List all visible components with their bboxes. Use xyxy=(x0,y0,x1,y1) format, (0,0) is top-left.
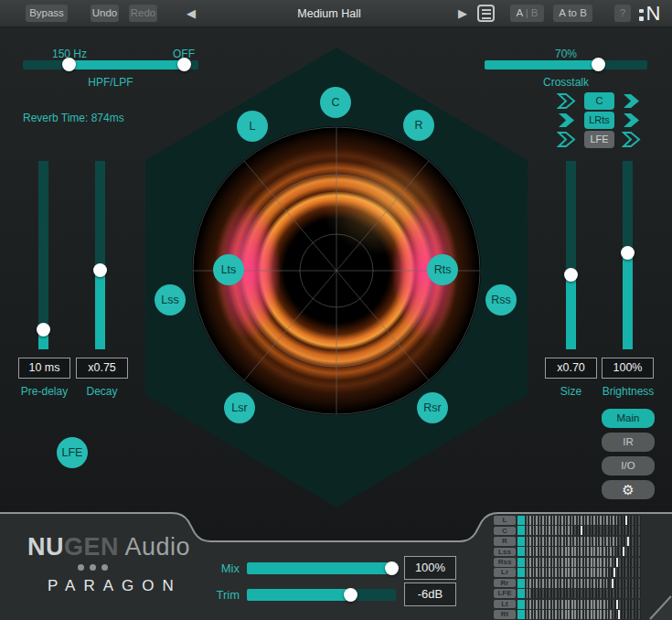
brand-nu: NU xyxy=(27,533,64,561)
size-value-box[interactable]: x0.70 xyxy=(545,358,597,379)
next-preset-icon[interactable]: ▶ xyxy=(458,6,467,20)
route-right-chevron-solid-icon[interactable] xyxy=(622,112,642,129)
meter-track xyxy=(527,610,641,619)
meter-track xyxy=(527,516,641,525)
decay-slider[interactable] xyxy=(95,161,105,349)
undo-button[interactable]: Undo xyxy=(91,5,119,22)
meter-channel-label: Rr xyxy=(494,579,516,588)
route-right-chevron-outline-icon[interactable] xyxy=(622,131,642,148)
tab-io[interactable]: I/O xyxy=(602,456,655,476)
crosstalk-value-label: 70% xyxy=(539,48,593,60)
meter-level xyxy=(527,537,618,546)
help-button[interactable]: ? xyxy=(614,5,631,22)
channel-rss[interactable]: Rss xyxy=(485,284,517,315)
meter-track xyxy=(527,579,641,588)
meter-input-block xyxy=(517,610,525,619)
hpf-lpf-label: HPF/LPF xyxy=(78,76,144,89)
route-lfe-button[interactable]: LFE xyxy=(584,131,614,148)
meter-level xyxy=(527,589,530,598)
mix-slider[interactable] xyxy=(247,562,396,574)
bypass-button[interactable]: Bypass xyxy=(26,5,68,22)
meter-level xyxy=(527,547,616,556)
brightness-value-box[interactable]: 100% xyxy=(602,358,654,379)
meter-track xyxy=(527,537,641,546)
meter-peak-hold xyxy=(581,526,582,535)
decay-value-box[interactable]: x0.75 xyxy=(76,358,128,379)
crosstalk-slider[interactable] xyxy=(485,60,647,69)
gear-icon: ⚙ xyxy=(622,482,634,497)
meter-level xyxy=(527,568,609,577)
size-slider[interactable] xyxy=(566,161,576,349)
meter-peak-hold xyxy=(625,516,627,525)
brand-gen: GEN xyxy=(64,533,119,561)
decay-slider-handle[interactable] xyxy=(93,263,107,277)
channel-c[interactable]: C xyxy=(320,87,351,118)
route-lrts-button[interactable]: LRts xyxy=(584,112,614,129)
channel-l[interactable]: L xyxy=(237,111,268,142)
channel-lts[interactable]: Lts xyxy=(213,254,244,285)
predelay-value-box[interactable]: 10 ms xyxy=(18,358,70,379)
brightness-label: Brightness xyxy=(596,385,660,398)
channel-lfe[interactable]: LFE xyxy=(57,437,88,468)
brightness-slider-handle[interactable] xyxy=(621,246,635,260)
predelay-slider-handle[interactable] xyxy=(37,323,50,337)
meter-row: Lr xyxy=(494,568,642,577)
meter-level xyxy=(527,526,572,535)
route-right-chevron-solid-icon[interactable] xyxy=(622,92,642,110)
meter-input-block xyxy=(517,558,525,567)
route-left-chevron-solid-icon[interactable] xyxy=(557,112,577,129)
hpf-slider-handle[interactable] xyxy=(62,58,76,71)
top-toolbar: Bypass Undo Redo ◀ Medium Hall ▶ A | B A… xyxy=(0,0,672,27)
lpf-slider-handle[interactable] xyxy=(177,58,191,71)
meter-input-block xyxy=(517,589,525,598)
preset-list-icon[interactable] xyxy=(477,5,495,22)
reverb-time-readout: Reverb Time: 874ms xyxy=(23,112,124,124)
channel-rsr[interactable]: Rsr xyxy=(417,392,448,423)
size-slider-handle[interactable] xyxy=(564,268,578,282)
meter-level xyxy=(527,600,609,609)
ab-compare-button[interactable]: A | B xyxy=(510,5,544,22)
meter-channel-label: Lt xyxy=(494,600,516,609)
meter-peak-hold xyxy=(623,547,624,556)
hpf-lpf-slider[interactable] xyxy=(23,60,198,69)
predelay-slider[interactable] xyxy=(38,161,48,349)
meter-channel-label: L xyxy=(494,516,516,525)
previous-preset-icon[interactable]: ◀ xyxy=(187,6,196,20)
meter-peak-hold xyxy=(613,568,615,577)
channel-lsr[interactable]: Lsr xyxy=(224,392,255,423)
meter-level xyxy=(527,610,612,619)
meter-row: R xyxy=(494,537,642,546)
mix-value-box[interactable]: 100% xyxy=(404,556,456,580)
route-left-chevron-outline-icon[interactable] xyxy=(557,131,577,148)
tab-main[interactable]: Main xyxy=(602,409,655,428)
meter-row: Lt xyxy=(494,600,642,609)
size-label: Size xyxy=(543,385,599,398)
meter-row: L xyxy=(494,516,642,525)
route-left-chevron-outline-icon[interactable] xyxy=(557,92,577,110)
trim-slider-handle[interactable] xyxy=(344,588,357,602)
meter-row: Rss xyxy=(494,558,642,567)
tab-ir[interactable]: IR xyxy=(602,433,655,452)
channel-lss[interactable]: Lss xyxy=(155,284,186,315)
channel-rts[interactable]: Rts xyxy=(427,254,458,285)
meter-track xyxy=(527,526,641,535)
crosstalk-slider-handle[interactable] xyxy=(592,58,605,71)
meter-peak-hold xyxy=(612,579,613,588)
meter-channel-label: Rss xyxy=(494,558,516,567)
channel-r[interactable]: R xyxy=(403,110,434,141)
redo-button[interactable]: Redo xyxy=(129,5,157,22)
meter-input-block xyxy=(517,516,525,525)
trim-slider[interactable] xyxy=(247,589,396,601)
preset-name[interactable]: Medium Hall xyxy=(265,7,393,20)
a-to-b-button[interactable]: A to B xyxy=(553,5,592,22)
mix-slider-handle[interactable] xyxy=(385,561,399,575)
meter-track xyxy=(527,558,641,567)
settings-gear-button[interactable]: ⚙ xyxy=(602,480,655,499)
route-c-button[interactable]: C xyxy=(584,92,614,110)
product-name: PARAGON xyxy=(48,577,182,595)
meter-input-block xyxy=(517,537,525,546)
meter-input-block xyxy=(517,526,525,535)
meter-level xyxy=(527,516,618,525)
trim-value-box[interactable]: -6dB xyxy=(404,583,456,606)
meter-input-block xyxy=(517,568,525,577)
